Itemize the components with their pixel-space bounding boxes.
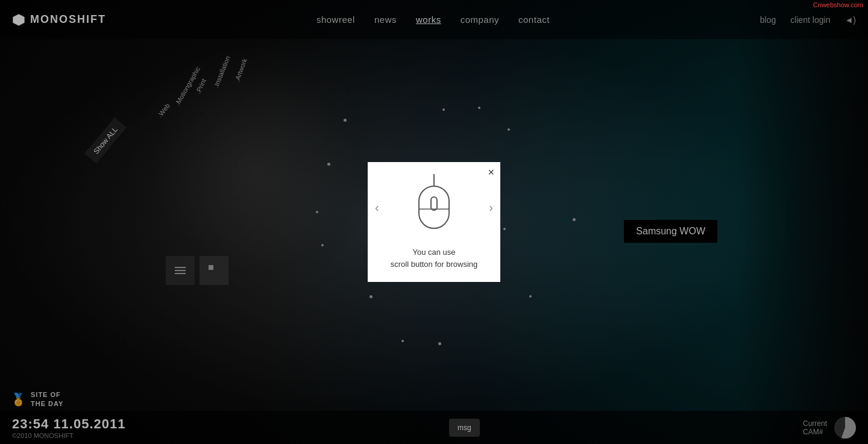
scroll-hint-modal: × ‹ › You can use scroll button for b — [368, 162, 500, 282]
svg-rect-9 — [431, 197, 437, 210]
modal-content: ‹ › — [368, 174, 500, 240]
modal-close-button[interactable]: × — [488, 167, 494, 178]
svg-rect-8 — [419, 186, 449, 228]
modal-next-button[interactable]: › — [489, 201, 493, 214]
watermark: Cnwebshow.com — [813, 1, 863, 8]
scroll-hint-text: You can use scroll button for browsing — [368, 246, 500, 270]
modal-overlay: × ‹ › You can use scroll button for b — [0, 0, 868, 444]
mouse-icon — [410, 174, 458, 240]
modal-prev-button[interactable]: ‹ — [375, 201, 379, 214]
